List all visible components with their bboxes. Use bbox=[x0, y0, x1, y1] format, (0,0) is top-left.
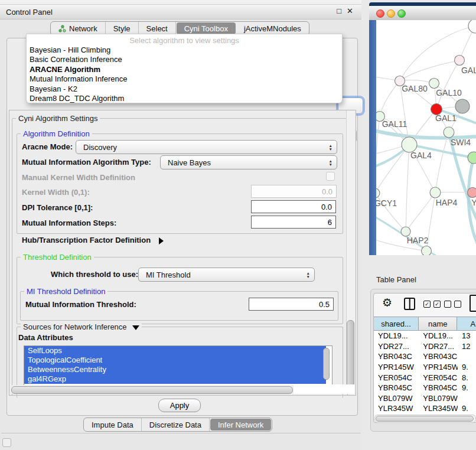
which-threshold-value: MI Threshold bbox=[146, 270, 191, 279]
select-all-columns-icon[interactable]: ✓ ✓ bbox=[423, 301, 441, 308]
column-header-name[interactable]: name bbox=[419, 317, 457, 330]
network-node-salmon-right[interactable] bbox=[468, 188, 476, 198]
column-header-a[interactable]: A bbox=[457, 317, 476, 330]
attribute-item-topologicalcoefficient[interactable]: TopologicalCoefficient bbox=[24, 356, 326, 365]
attribute-item-gal4rgexp[interactable]: gal4RGexp bbox=[24, 374, 326, 384]
network-node-hap4[interactable] bbox=[430, 187, 441, 198]
float-window-icon[interactable]: □ bbox=[337, 6, 341, 16]
network-node-gray-node[interactable] bbox=[455, 99, 470, 113]
table-row[interactable]: YLR345WYLR345W9. bbox=[374, 403, 476, 414]
algorithm-option-mutual-information-inference[interactable]: Mutual Information Inference bbox=[27, 74, 342, 84]
table-row[interactable]: YBR045CYBR045C9. bbox=[374, 383, 476, 393]
network-node-label: GAL1 bbox=[435, 113, 457, 123]
network-node-gal10[interactable] bbox=[429, 79, 439, 89]
table-cell: 8. bbox=[458, 372, 476, 383]
algorithm-definition-title: Algorithm Definition bbox=[21, 129, 92, 138]
panel-bottom-border bbox=[1, 433, 360, 433]
network-node-label: GAL bbox=[461, 66, 476, 75]
table-horizontal-scrollbar[interactable] bbox=[374, 415, 476, 423]
aracne-mode-combobox[interactable]: Discovery ▲▼ bbox=[76, 140, 337, 154]
close-traffic-light-icon[interactable] bbox=[376, 9, 384, 18]
tab-infer-network[interactable]: Infer Network bbox=[210, 419, 271, 431]
manual-kernel-width-checkbox[interactable] bbox=[326, 172, 335, 181]
deselect-all-columns-icon[interactable] bbox=[444, 301, 461, 308]
tab-label: Style bbox=[113, 24, 131, 33]
table-row[interactable]: YPR145WYPR145W9. bbox=[374, 362, 476, 373]
table-cell: YDR27... bbox=[419, 341, 458, 352]
table-row[interactable]: YBL079WYBL079W bbox=[374, 393, 476, 404]
tab-network[interactable]: Network bbox=[51, 22, 106, 35]
network-node-green-right[interactable] bbox=[468, 152, 476, 164]
network-canvas[interactable]: GALGAL80GAL10GAL1GAL11SWI4GAL4HAP4YGCY1H… bbox=[376, 20, 476, 255]
sources-title-label: Sources for Network Inference bbox=[23, 322, 127, 331]
attributes-list-scrollbar[interactable] bbox=[323, 348, 330, 380]
zoom-traffic-light-icon[interactable] bbox=[397, 9, 406, 18]
tab-cyni-toolbox[interactable]: Cyni Toolbox bbox=[177, 22, 236, 34]
table-cell: YDL19... bbox=[374, 331, 419, 341]
apply-button[interactable]: Apply bbox=[158, 399, 201, 412]
dpi-tolerance-field[interactable]: 0.0 bbox=[251, 200, 336, 213]
mi-threshold-value: 0.5 bbox=[319, 300, 330, 309]
which-threshold-combobox[interactable]: MI Threshold ▲▼ bbox=[138, 268, 315, 282]
tab-impute-data[interactable]: Impute Data bbox=[84, 418, 142, 431]
minimize-traffic-light-icon[interactable] bbox=[387, 9, 395, 18]
tab-jactivemnodules[interactable]: jActiveMNodules bbox=[236, 22, 309, 35]
tab-label: Network bbox=[69, 24, 97, 33]
algorithm-option-bayesian-k2[interactable]: Bayesian - K2 bbox=[27, 84, 342, 94]
table-row[interactable]: YDL19...YDL19...13 bbox=[374, 331, 476, 341]
sources-title[interactable]: Sources for Network Inference bbox=[21, 322, 142, 331]
mi-threshold-field[interactable]: 0.5 bbox=[249, 298, 334, 311]
algorithm-option-dream8-dc-tdc-algorithm[interactable]: Dream8 DC_TDC Algorithm bbox=[27, 94, 342, 103]
network-node-label: SWI4 bbox=[451, 138, 471, 147]
network-node-bottom-node[interactable] bbox=[422, 246, 432, 256]
gear-icon[interactable]: ⚙ bbox=[382, 296, 392, 309]
hub-transcription-factor-section[interactable]: Hub/Transcription Factor Definition bbox=[22, 236, 164, 244]
tab-label: Cyni Toolbox bbox=[184, 24, 228, 33]
table-row[interactable]: YDR27...YDR27...12 bbox=[374, 341, 476, 352]
network-node-gal2[interactable] bbox=[455, 56, 465, 66]
dpi-tolerance-label: DPI Tolerance [0,1]: bbox=[22, 203, 93, 212]
table-cell: 9. bbox=[458, 383, 476, 393]
table-toolbar: ⚙ ✓ ✓ bbox=[374, 295, 476, 315]
checked-checkbox-icon: ✓ bbox=[433, 301, 441, 308]
mi-algorithm-type-combobox[interactable]: Naive Bayes ▲▼ bbox=[160, 155, 337, 169]
screen: Control Panel □ ✕ NetworkStyleSelectCyni… bbox=[0, 0, 476, 450]
aracne-mode-value: Discovery bbox=[83, 143, 117, 152]
table-horizontal-scrollbar-thumb[interactable] bbox=[376, 416, 474, 422]
document-icon[interactable] bbox=[470, 295, 476, 312]
table-row[interactable]: YER054CYER054C8. bbox=[374, 372, 476, 383]
algorithm-option-aracne-algorithm[interactable]: ARACNE Algorithm bbox=[27, 65, 342, 74]
attribute-item-betweennesscentrality[interactable]: BetweennessCentrality bbox=[24, 365, 326, 374]
corner-grid-icon[interactable] bbox=[2, 438, 11, 447]
algorithm-dropdown-list: Select algorithm to view settings Bayesi… bbox=[26, 34, 343, 103]
tab-style[interactable]: Style bbox=[106, 22, 139, 35]
column-header-shared[interactable]: shared... bbox=[374, 317, 419, 330]
mi-steps-field[interactable]: 6 bbox=[251, 216, 336, 229]
tab-select[interactable]: Select bbox=[139, 22, 176, 35]
table-body: YDL19...YDL19...13YDR27...YDR27...12YBR0… bbox=[374, 331, 476, 415]
network-window-titlebar[interactable] bbox=[369, 6, 476, 21]
settings-horizontal-scrollbar-thumb[interactable] bbox=[11, 386, 293, 394]
dpi-tolerance-value: 0.0 bbox=[321, 203, 332, 211]
combobox-spinner-icon: ▲▼ bbox=[329, 159, 332, 166]
attribute-item-selfloops[interactable]: SelfLoops bbox=[24, 346, 326, 356]
algorithm-option-basic-correlation-inference[interactable]: Basic Correlation Inference bbox=[27, 55, 342, 64]
data-attributes-list[interactable]: SelfLoopsTopologicalCoefficientBetweenne… bbox=[24, 345, 332, 386]
algorithm-option-bayesian-hill-climbing[interactable]: Bayesian - Hill Climbing bbox=[27, 45, 342, 55]
table-row[interactable]: YBR043CYBR043C bbox=[374, 351, 476, 362]
network-node-label: GAL80 bbox=[402, 84, 428, 93]
close-icon[interactable]: ✕ bbox=[347, 6, 353, 16]
cyni-algorithm-settings-title: Cyni Algorithm Settings bbox=[16, 114, 100, 123]
table-cell: YDL19... bbox=[419, 331, 458, 341]
network-node-gcy1[interactable] bbox=[376, 188, 380, 198]
settings-vertical-scrollbar-thumb[interactable] bbox=[347, 320, 354, 391]
columns-icon[interactable] bbox=[404, 298, 415, 310]
kernel-width-field[interactable]: 0.0 bbox=[251, 185, 337, 198]
node-table[interactable]: shared...nameA YDL19...YDL19...13YDR27..… bbox=[374, 317, 476, 415]
network-node-swi4[interactable] bbox=[444, 127, 454, 138]
network-node-label: HAP2 bbox=[407, 236, 429, 245]
network-node-top-partial[interactable] bbox=[468, 20, 476, 33]
network-node-hap2[interactable] bbox=[401, 227, 410, 236]
table-cell bbox=[458, 393, 476, 404]
tab-discretize-data[interactable]: Discretize Data bbox=[142, 418, 210, 431]
